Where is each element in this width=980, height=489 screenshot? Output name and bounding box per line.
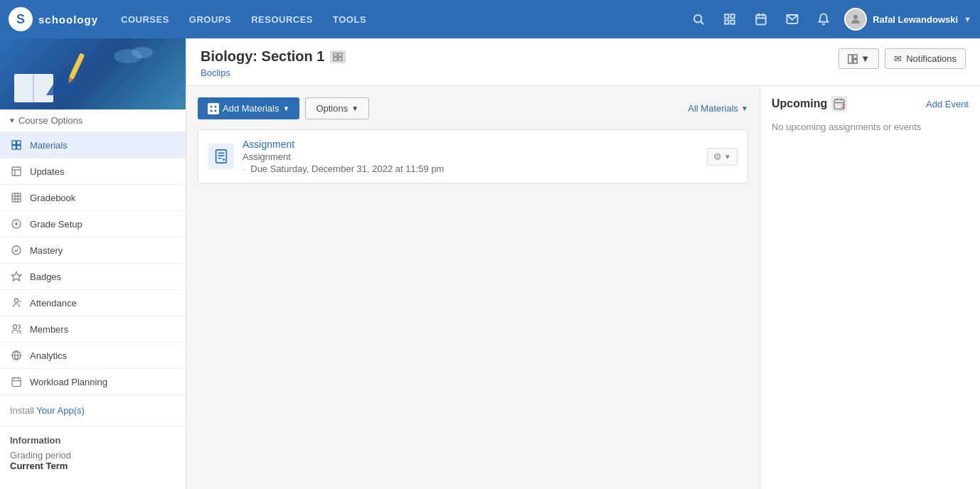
svg-rect-46 (339, 53, 342, 55)
sidebar-updates-label: Updates (30, 166, 64, 177)
material-dot: · (243, 163, 245, 174)
svg-rect-22 (17, 146, 21, 149)
nav-tools[interactable]: TOOLS (324, 10, 375, 29)
svg-rect-52 (210, 104, 213, 108)
sidebar-banner (0, 38, 186, 109)
grid-icon[interactable] (719, 9, 740, 30)
materials-list: Assignment Assignment · Due Saturday, De… (198, 129, 748, 183)
all-materials-caret-icon: ▼ (741, 104, 748, 112)
svg-rect-19 (12, 141, 16, 144)
install-apps-link[interactable]: Your App(s) (36, 405, 84, 416)
sidebar-item-materials[interactable]: Materials (0, 132, 186, 158)
analytics-icon (10, 349, 23, 362)
sidebar-item-members[interactable]: Members (0, 316, 186, 343)
svg-rect-21 (12, 146, 16, 149)
all-materials-label: All Materials (688, 103, 738, 114)
header-actions: ▼ ✉ Notifications (838, 48, 966, 69)
sidebar-item-gradebook[interactable]: Gradebook (0, 185, 186, 211)
grading-period-value: Current Term (10, 461, 176, 471)
sidebar-attendance-label: Attendance (30, 298, 77, 308)
course-options-caret-icon: ▼ (9, 117, 16, 124)
nav-courses[interactable]: COURSES (112, 10, 178, 29)
svg-marker-35 (11, 272, 21, 281)
materials-toolbar: Add Materials ▼ Options ▼ All Materials … (198, 97, 748, 119)
upcoming-calendar-icon: 2 (831, 96, 847, 112)
upcoming-header: Upcoming 2 Add Event (772, 96, 969, 112)
calendar-badge-number: 2 (841, 102, 845, 109)
sidebar: ▼ Course Options Materials Updates (0, 38, 186, 489)
course-title-area: Biology: Section 1 Boclips (201, 48, 346, 78)
nav-groups[interactable]: GROUPS (181, 10, 240, 29)
svg-rect-53 (214, 104, 218, 108)
svg-rect-20 (17, 141, 21, 144)
add-materials-button[interactable]: Add Materials ▼ (198, 97, 299, 119)
material-gear-button[interactable]: ⚙ ▼ (707, 148, 737, 166)
sidebar-item-badges[interactable]: Badges (0, 264, 186, 290)
notifications-envelope-icon: ✉ (894, 53, 902, 64)
sidebar-item-analytics[interactable]: Analytics (0, 343, 186, 369)
layout-button[interactable]: ▼ (838, 48, 879, 69)
course-title-text: Biology: Section 1 (201, 48, 324, 65)
assignment-icon (208, 144, 234, 169)
svg-rect-47 (334, 57, 337, 60)
install-apps-area: Install Your App(s) (0, 395, 186, 426)
toolbar-left: Add Materials ▼ Options ▼ (198, 97, 369, 119)
logo-icon: S (9, 7, 33, 31)
svg-rect-15 (69, 53, 85, 79)
upcoming-title: Upcoming 2 (772, 96, 847, 112)
material-due-text: Due Saturday, December 31, 2022 at 11:59… (250, 163, 444, 174)
svg-rect-55 (214, 109, 218, 112)
badges-icon (10, 270, 23, 283)
course-options[interactable]: ▼ Course Options (0, 109, 186, 132)
notifications-button[interactable]: ✉ Notifications (885, 48, 966, 69)
nav-links: COURSES GROUPS RESOURCES TOOLS (112, 10, 375, 29)
upcoming-panel: Upcoming 2 Add Event No (760, 86, 980, 489)
gradebook-icon (10, 191, 23, 204)
bell-icon[interactable] (813, 9, 834, 30)
svg-point-11 (853, 15, 858, 19)
sidebar-grade-setup-label: Grade Setup (30, 219, 82, 230)
table-row: Assignment Assignment · Due Saturday, De… (198, 130, 747, 183)
nav-resources[interactable]: RESOURCES (243, 10, 321, 29)
all-materials-link[interactable]: All Materials ▼ (688, 103, 748, 114)
logo-area[interactable]: S schoology (9, 7, 98, 31)
svg-rect-4 (725, 21, 728, 24)
sidebar-mastery-label: Mastery (30, 245, 63, 256)
sidebar-item-workload-planning[interactable]: Workload Planning (0, 369, 186, 395)
user-menu[interactable]: Rafal Lewandowski ▼ (844, 8, 971, 31)
sidebar-item-updates[interactable]: Updates (0, 158, 186, 185)
sidebar-gradebook-label: Gradebook (30, 193, 75, 203)
svg-rect-2 (725, 14, 728, 18)
main-content: Biology: Section 1 Boclips ▼ (186, 38, 980, 489)
course-grid-icon[interactable] (330, 50, 346, 63)
sidebar-item-attendance[interactable]: Attendance (0, 290, 186, 316)
add-materials-caret-icon: ▼ (282, 104, 289, 112)
boclips-link[interactable]: Boclips (201, 68, 346, 78)
svg-line-1 (701, 21, 703, 23)
svg-point-34 (12, 246, 21, 254)
install-text: Install (10, 405, 34, 416)
user-name: Rafal Lewandowski (873, 14, 958, 25)
sidebar-item-mastery[interactable]: Mastery (0, 237, 186, 264)
material-title[interactable]: Assignment (243, 139, 707, 150)
workload-icon (10, 375, 23, 388)
mail-icon[interactable] (782, 9, 803, 30)
options-button[interactable]: Options ▼ (305, 97, 369, 119)
svg-point-18 (132, 47, 153, 58)
sidebar-analytics-label: Analytics (30, 350, 67, 361)
nav-right-area: Rafal Lewandowski ▼ (688, 8, 971, 31)
svg-rect-56 (216, 150, 227, 163)
members-icon (10, 323, 23, 335)
sidebar-item-grade-setup[interactable]: Grade Setup (0, 211, 186, 237)
top-navigation: S schoology COURSES GROUPS RESOURCES TOO… (0, 0, 980, 38)
sidebar-members-label: Members (30, 324, 68, 335)
add-event-link[interactable]: Add Event (926, 99, 969, 109)
calendar-icon[interactable] (750, 9, 772, 30)
svg-rect-45 (334, 53, 337, 55)
grading-period-label: Grading period (10, 450, 176, 461)
add-materials-icon (208, 103, 219, 114)
attendance-icon (10, 296, 23, 309)
svg-point-36 (14, 299, 18, 302)
svg-rect-5 (731, 21, 735, 24)
search-icon[interactable] (688, 9, 709, 30)
